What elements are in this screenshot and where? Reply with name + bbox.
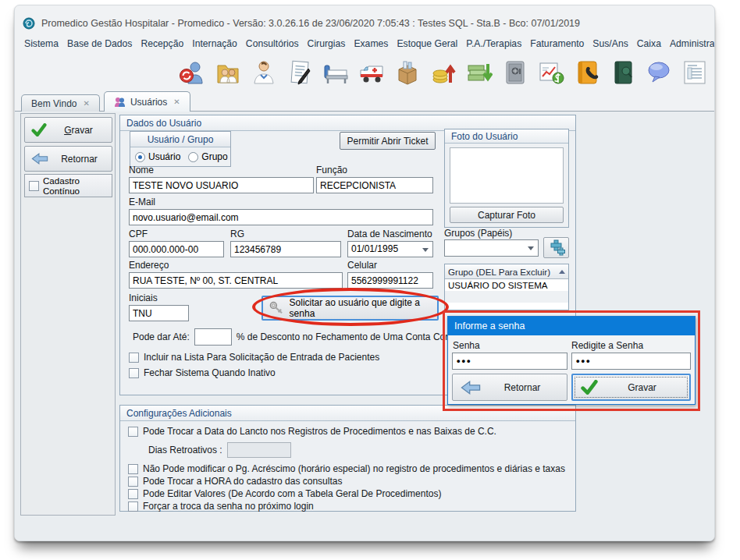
toolbar-money-in-icon[interactable] bbox=[430, 59, 457, 86]
tab-bem-vindo-close-icon[interactable]: ✕ bbox=[83, 99, 89, 108]
toolbar-doctor-icon[interactable] bbox=[251, 59, 277, 86]
senha-input[interactable]: ••• bbox=[452, 353, 567, 370]
retornar-label: Retornar bbox=[53, 154, 105, 165]
forcar-troca-senha-checkbox[interactable] bbox=[128, 502, 138, 512]
iniciais-input[interactable] bbox=[129, 305, 189, 321]
radio-grupo[interactable]: Grupo bbox=[188, 151, 227, 162]
toolbar-patients-folder-icon[interactable] bbox=[215, 59, 241, 86]
retornar-button[interactable]: Retornar bbox=[24, 146, 112, 172]
incluir-lista-label: Incluir na Lista Para Solicitação de Ent… bbox=[144, 352, 379, 363]
forcar-troca-senha-check-row[interactable]: Forçar a troca da senha no próximo login bbox=[128, 501, 314, 512]
iniciais-label: Iniciais bbox=[129, 292, 158, 303]
toolbar-finance-chart-icon[interactable] bbox=[538, 59, 564, 86]
menu-item-administracao[interactable]: Administração bbox=[670, 38, 714, 54]
menu-item-exames[interactable]: Exames bbox=[354, 38, 388, 54]
app-window: Promedico Gestão Hospitalar - Promedico … bbox=[14, 5, 715, 541]
fechar-sistema-check-row[interactable]: Fechar Sistema Quando Inativo bbox=[129, 367, 276, 378]
toolbar-phonebook-icon[interactable] bbox=[574, 59, 600, 86]
gravar-button[interactable]: Gravar bbox=[24, 117, 112, 143]
tab-usuarios[interactable]: Usuários ✕ bbox=[104, 91, 190, 112]
nao-pode-modificar-checkbox[interactable] bbox=[128, 464, 138, 474]
nome-input[interactable] bbox=[129, 177, 314, 193]
cadastro-continuo-toggle[interactable]: Cadastro Contínuo bbox=[24, 174, 112, 197]
capturar-foto-button[interactable]: Capturar Foto bbox=[450, 207, 564, 223]
permitir-abrir-ticket-button[interactable]: Permitir Abrir Ticket bbox=[340, 132, 436, 150]
endereco-input[interactable] bbox=[129, 272, 343, 289]
radio-usuario-control[interactable] bbox=[135, 152, 145, 162]
nome-label: Nome bbox=[129, 165, 154, 175]
grupos-papeis-combo[interactable] bbox=[444, 239, 539, 257]
user-photo-placeholder bbox=[450, 147, 564, 204]
gravar-label: Gravar bbox=[52, 125, 105, 136]
radio-usuario[interactable]: Usuário bbox=[135, 151, 180, 162]
cpf-label: CPF bbox=[129, 229, 148, 239]
data-nascimento-label: Data de Nascimento bbox=[347, 229, 432, 239]
menu-item-internacao[interactable]: Internação bbox=[192, 38, 237, 54]
toolbar-safe-icon[interactable] bbox=[502, 59, 528, 86]
sort-asc-icon bbox=[559, 270, 565, 274]
menu-item-pa-terapias[interactable]: P.A./Terapias bbox=[466, 38, 521, 54]
cpf-input[interactable] bbox=[129, 241, 224, 257]
solicitar-senha-button[interactable]: Solicitar ao usuário que digite a senha bbox=[261, 296, 439, 321]
data-nascimento-combo[interactable]: 01/01/1995 bbox=[347, 241, 433, 257]
add-plus-icon bbox=[548, 239, 565, 257]
toolbar-stock-box-icon[interactable] bbox=[394, 59, 421, 86]
menu-item-base-de-dados[interactable]: Base de Dados bbox=[67, 38, 132, 54]
menu-item-faturamento[interactable]: Faturamento bbox=[530, 38, 584, 54]
usuario-grupo-caption: Usuário / Grupo bbox=[130, 132, 230, 147]
menu-item-estoque-geral[interactable]: Estoque Geral bbox=[397, 38, 457, 54]
rg-input[interactable] bbox=[230, 241, 341, 257]
trocar-hora-checkbox[interactable] bbox=[128, 477, 138, 487]
toolbar-money-out-icon[interactable] bbox=[466, 59, 493, 86]
foto-usuario-group: Foto do Usuário Capturar Foto bbox=[444, 129, 569, 228]
grupos-list-header[interactable]: Grupo (DEL Para Excluir) bbox=[445, 264, 568, 279]
toolbar-book-icon[interactable] bbox=[610, 59, 636, 86]
menu-item-sistema[interactable]: Sistema bbox=[24, 38, 59, 54]
tabstrip: Bem Vindo ✕ Usuários ✕ bbox=[21, 91, 190, 112]
editar-valores-checkbox[interactable] bbox=[128, 489, 138, 499]
menu-item-sus-ans[interactable]: Sus/Ans bbox=[592, 38, 628, 54]
menu-item-cirurgias[interactable]: Cirurgias bbox=[308, 38, 346, 54]
email-input[interactable] bbox=[129, 209, 433, 225]
trocar-hora-check-row[interactable]: Pode Trocar a HORA do cadastro das consu… bbox=[128, 476, 342, 487]
dialog-gravar-button[interactable]: Gravar bbox=[571, 374, 691, 401]
tab-bem-vindo[interactable]: Bem Vindo ✕ bbox=[21, 94, 100, 112]
dialog-retornar-button[interactable]: Retornar bbox=[452, 374, 567, 401]
foto-usuario-caption: Foto do Usuário bbox=[445, 129, 568, 144]
cadastro-continuo-checkbox[interactable] bbox=[29, 181, 39, 191]
incluir-lista-check-row[interactable]: Incluir na Lista Para Solicitação de Ent… bbox=[129, 352, 379, 363]
trocar-data-checkbox[interactable] bbox=[128, 427, 138, 437]
fechar-sistema-label: Fechar Sistema Quando Inativo bbox=[144, 367, 276, 378]
menu-item-recepcao[interactable]: Recepção bbox=[141, 38, 183, 54]
trocar-data-check-row[interactable]: Pode Trocar a Data do Lancto nos Registr… bbox=[128, 426, 496, 437]
toolbar-users-sync-icon[interactable] bbox=[179, 59, 205, 86]
menu-item-caixa[interactable]: Caixa bbox=[637, 38, 661, 54]
toolbar-prescription-icon[interactable] bbox=[286, 59, 313, 86]
combo-arrow-icon[interactable] bbox=[422, 248, 429, 252]
redigite-senha-input[interactable]: ••• bbox=[571, 353, 691, 370]
funcao-input[interactable] bbox=[316, 177, 433, 193]
dias-retroativos-label: Dias Retroativos : bbox=[148, 445, 222, 455]
toolbar-ambulance-icon[interactable] bbox=[358, 59, 385, 86]
combo-arrow-icon[interactable] bbox=[528, 246, 534, 250]
toolbar-chat-icon[interactable] bbox=[646, 59, 672, 86]
editar-valores-check-row[interactable]: Pode Editar Valores (De Acordo com a Tab… bbox=[128, 488, 441, 499]
toolbar bbox=[15, 55, 715, 90]
toolbar-report-icon[interactable] bbox=[681, 59, 708, 86]
menu-item-consultorios[interactable]: Consultórios bbox=[246, 38, 299, 54]
desconto-input[interactable] bbox=[194, 328, 232, 346]
nao-pode-modificar-check-row[interactable]: Não Pode modificar o Pg. Acréscimo (horá… bbox=[128, 463, 565, 474]
radio-grupo-control[interactable] bbox=[188, 152, 198, 162]
tab-usuarios-close-icon[interactable]: ✕ bbox=[173, 97, 180, 106]
cadastro-continuo-label: Cadastro Contínuo bbox=[43, 175, 108, 196]
fechar-sistema-checkbox[interactable] bbox=[129, 368, 139, 378]
toolbar-hospital-bed-icon[interactable] bbox=[322, 59, 349, 86]
endereco-label: Endereço bbox=[129, 260, 169, 271]
add-grupo-button[interactable] bbox=[543, 237, 569, 258]
celular-input[interactable] bbox=[347, 272, 433, 289]
screenshot-page: Promedico Gestão Hospitalar - Promedico … bbox=[0, 0, 740, 560]
solicitar-senha-label: Solicitar ao usuário que digite a senha bbox=[290, 297, 431, 319]
radio-grupo-label: Grupo bbox=[201, 151, 227, 162]
grupo-list-item[interactable]: USUÁRIO DO SISTEMA bbox=[445, 279, 568, 291]
incluir-lista-checkbox[interactable] bbox=[129, 353, 139, 363]
